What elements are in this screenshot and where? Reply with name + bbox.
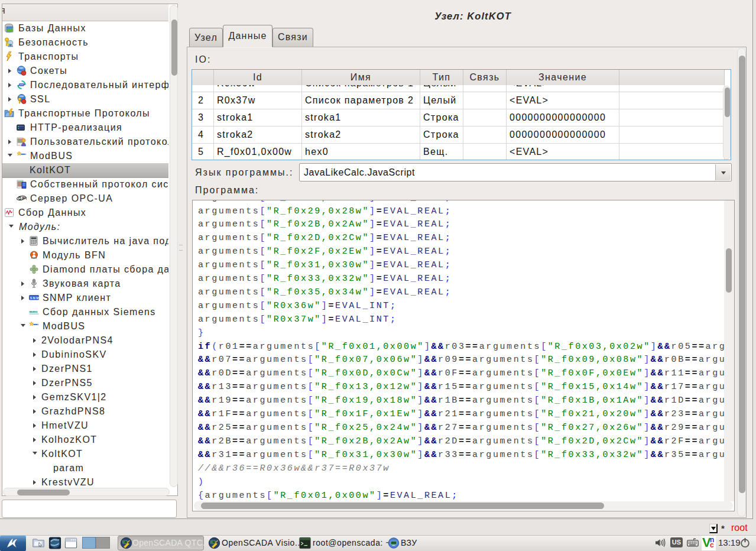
svg-text:SIEMENS: SIEMENS — [29, 310, 38, 313]
svg-text:SNMP: SNMP — [30, 296, 39, 300]
svg-text:OPC: OPC — [18, 196, 27, 200]
